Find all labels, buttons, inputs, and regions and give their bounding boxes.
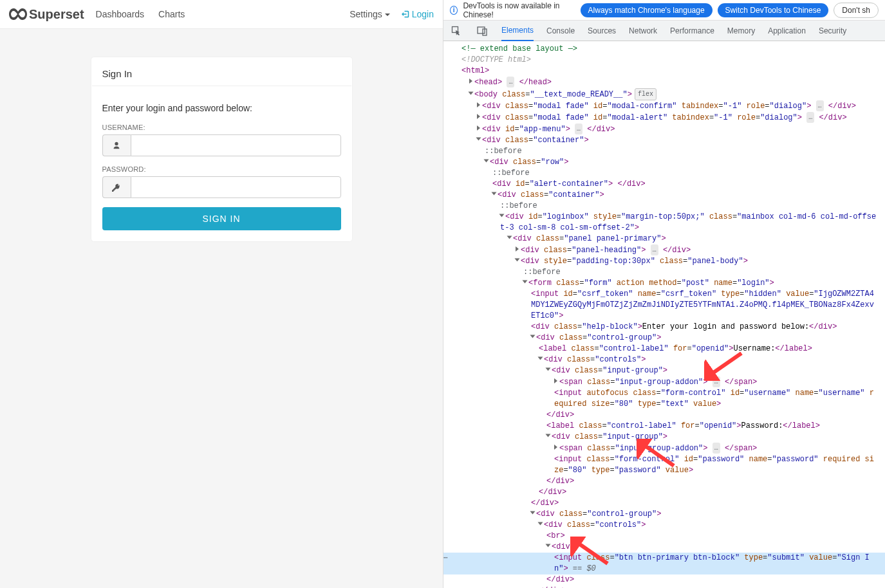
dom-tree[interactable]: <!— extend base layout —> <!DOCTYPE html…: [443, 41, 885, 588]
settings-label: Settings: [349, 9, 382, 19]
key-icon: [102, 176, 131, 198]
superset-logo-icon: [9, 8, 27, 20]
signin-panel: Sign In Enter your login and password be…: [91, 57, 352, 241]
nav-right: Settings Login: [349, 9, 434, 19]
dom-selected-line[interactable]: ⋯<input class="btn btn-primary btn-block…: [443, 553, 885, 574]
expand-icon[interactable]: [476, 138, 481, 141]
device-toggle-icon[interactable]: [476, 24, 489, 37]
tab-security[interactable]: Security: [819, 21, 846, 41]
inspect-icon[interactable]: [450, 24, 463, 37]
password-label: PASSWORD:: [102, 165, 341, 173]
username-group: [102, 134, 341, 156]
tab-network[interactable]: Network: [629, 21, 657, 41]
help-text: Enter your login and password below:: [102, 103, 341, 113]
expand-icon[interactable]: [530, 335, 536, 338]
expand-icon[interactable]: [530, 511, 536, 515]
tab-application[interactable]: Application: [768, 21, 806, 41]
top-navbar: Superset Dashboards Charts Settings Logi…: [0, 0, 443, 29]
expand-icon[interactable]: [538, 357, 543, 360]
expand-icon[interactable]: [546, 434, 551, 437]
login-area: Sign In Enter your login and password be…: [0, 29, 443, 241]
tab-elements[interactable]: Elements: [501, 21, 534, 41]
devtools-panel: i DevTools is now available in Chinese! …: [443, 0, 885, 588]
banner-text: DevTools is now available in Chinese!: [463, 1, 575, 19]
expand-icon[interactable]: [492, 192, 497, 196]
panel-heading: Sign In: [92, 58, 351, 86]
nav-left: Dashboards Charts: [96, 9, 185, 19]
tab-sources[interactable]: Sources: [588, 21, 616, 41]
tab-performance[interactable]: Performance: [670, 21, 714, 41]
username-input[interactable]: [131, 134, 341, 156]
expand-icon[interactable]: [477, 114, 480, 119]
devtools-banner: i DevTools is now available in Chinese! …: [443, 0, 885, 21]
tab-memory[interactable]: Memory: [727, 21, 755, 41]
expand-icon[interactable]: [484, 160, 489, 163]
expand-icon[interactable]: [538, 522, 543, 526]
brand-text: Superset: [29, 7, 84, 22]
expand-icon[interactable]: [554, 378, 557, 383]
expand-icon[interactable]: [523, 280, 528, 284]
expand-icon[interactable]: [499, 214, 505, 217]
expand-icon[interactable]: [546, 544, 551, 547]
expand-icon[interactable]: [469, 78, 472, 84]
password-input[interactable]: [131, 176, 341, 198]
ellipsis-icon[interactable]: ⋯: [443, 553, 448, 564]
signin-title: Sign In: [102, 68, 341, 79]
expand-icon[interactable]: [469, 92, 474, 95]
password-group: [102, 176, 341, 198]
expand-icon[interactable]: [507, 236, 512, 239]
panel-body: Enter your login and password below: USE…: [92, 86, 351, 241]
dont-show-button[interactable]: Don't sh: [834, 3, 879, 18]
dom-doctype: <!DOCTYPE html>: [461, 55, 531, 64]
svg-rect-1: [478, 27, 485, 33]
nav-login[interactable]: Login: [402, 9, 434, 19]
login-arrow-icon: [402, 10, 409, 18]
expand-icon[interactable]: [477, 125, 480, 131]
tab-console[interactable]: Console: [546, 21, 575, 41]
caret-down-icon: [385, 14, 390, 16]
switch-devtools-button[interactable]: Switch DevTools to Chinese: [718, 3, 829, 17]
nav-settings[interactable]: Settings: [349, 9, 390, 19]
signin-button[interactable]: SIGN IN: [102, 207, 341, 230]
user-icon: [102, 134, 131, 156]
info-icon: i: [450, 6, 458, 15]
login-label: Login: [412, 9, 434, 19]
brand-logo-group[interactable]: Superset: [9, 7, 84, 22]
expand-icon[interactable]: [477, 102, 480, 107]
devtools-tabbar: Elements Console Sources Network Perform…: [443, 21, 885, 41]
username-label: USERNAME:: [102, 124, 341, 131]
flex-badge[interactable]: flex: [635, 88, 657, 100]
app-viewport: Superset Dashboards Charts Settings Logi…: [0, 0, 443, 588]
dom-comment: <!— extend base layout —>: [461, 44, 577, 53]
always-match-button[interactable]: Always match Chrome's language: [581, 3, 713, 17]
nav-dashboards[interactable]: Dashboards: [96, 9, 145, 19]
expand-icon[interactable]: [546, 368, 551, 371]
expand-icon[interactable]: [516, 246, 519, 252]
nav-charts[interactable]: Charts: [158, 9, 185, 19]
expand-icon[interactable]: [515, 259, 520, 262]
expand-icon[interactable]: [554, 445, 557, 450]
